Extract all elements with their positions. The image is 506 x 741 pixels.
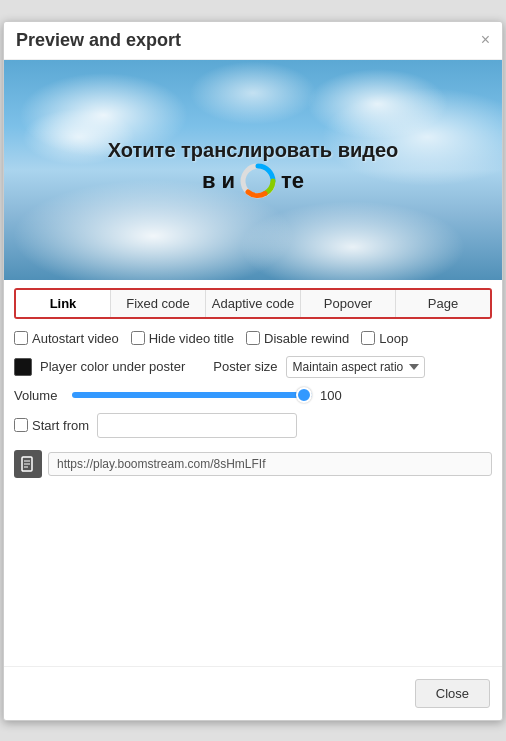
- disable-rewind-checkbox[interactable]: [246, 331, 260, 345]
- spinner-icon: [239, 162, 277, 200]
- tabs-bar: Link Fixed code Adaptive code Popover Pa…: [14, 288, 492, 319]
- link-file-icon: [14, 450, 42, 478]
- video-preview: Хотите транслировать видео в и те: [4, 60, 502, 280]
- hide-title-checkbox[interactable]: [131, 331, 145, 345]
- volume-slider[interactable]: [72, 392, 312, 398]
- loop-checkbox[interactable]: [361, 331, 375, 345]
- dialog-footer: Close: [4, 666, 502, 720]
- close-button[interactable]: Close: [415, 679, 490, 708]
- file-icon-svg: [21, 456, 35, 472]
- volume-value: 100: [320, 388, 345, 403]
- tab-adaptive-code[interactable]: Adaptive code: [206, 290, 301, 317]
- volume-row: Volume 100: [4, 384, 502, 407]
- color-swatch[interactable]: [14, 358, 32, 376]
- color-row: Player color under poster Poster size Ma…: [4, 350, 502, 384]
- options-row: Autostart video Hide video title Disable…: [4, 327, 502, 350]
- start-from-checkbox[interactable]: [14, 418, 28, 432]
- video-text-overlay: Хотите транслировать видео в и те: [108, 139, 399, 200]
- preview-export-dialog: Preview and export × Хотите транслироват…: [3, 21, 503, 721]
- loop-checkbox-label[interactable]: Loop: [361, 331, 408, 346]
- tab-popover[interactable]: Popover: [301, 290, 396, 317]
- tab-link[interactable]: Link: [16, 290, 111, 317]
- autostart-checkbox-label[interactable]: Autostart video: [14, 331, 119, 346]
- disable-rewind-checkbox-label[interactable]: Disable rewind: [246, 331, 349, 346]
- start-from-label: Start from: [32, 418, 89, 433]
- disable-rewind-label: Disable rewind: [264, 331, 349, 346]
- link-row: [4, 444, 502, 484]
- video-text-line2-prefix: в и: [202, 168, 235, 194]
- loop-label: Loop: [379, 331, 408, 346]
- tab-page[interactable]: Page: [396, 290, 490, 317]
- poster-size-select[interactable]: Maintain aspect ratio Stretch Cover Cont…: [286, 356, 425, 378]
- autostart-checkbox[interactable]: [14, 331, 28, 345]
- close-x-button[interactable]: ×: [481, 32, 490, 48]
- poster-size-label: Poster size: [213, 359, 277, 374]
- video-text-line2-suffix: те: [281, 168, 304, 194]
- video-text-line2: в и те: [108, 162, 399, 200]
- volume-label: Volume: [14, 388, 64, 403]
- hide-title-label: Hide video title: [149, 331, 234, 346]
- start-from-checkbox-label[interactable]: Start from: [14, 418, 89, 433]
- hide-title-checkbox-label[interactable]: Hide video title: [131, 331, 234, 346]
- dialog-header: Preview and export ×: [4, 22, 502, 60]
- dialog-title: Preview and export: [16, 30, 181, 51]
- autostart-label: Autostart video: [32, 331, 119, 346]
- start-from-input[interactable]: [97, 413, 297, 438]
- link-url-input[interactable]: [48, 452, 492, 476]
- color-label: Player color under poster: [40, 359, 185, 374]
- dialog-body: Хотите транслировать видео в и те Link F…: [4, 60, 502, 666]
- video-text-line1: Хотите транслировать видео: [108, 139, 399, 162]
- start-from-row: Start from: [4, 407, 502, 444]
- tab-fixed-code[interactable]: Fixed code: [111, 290, 206, 317]
